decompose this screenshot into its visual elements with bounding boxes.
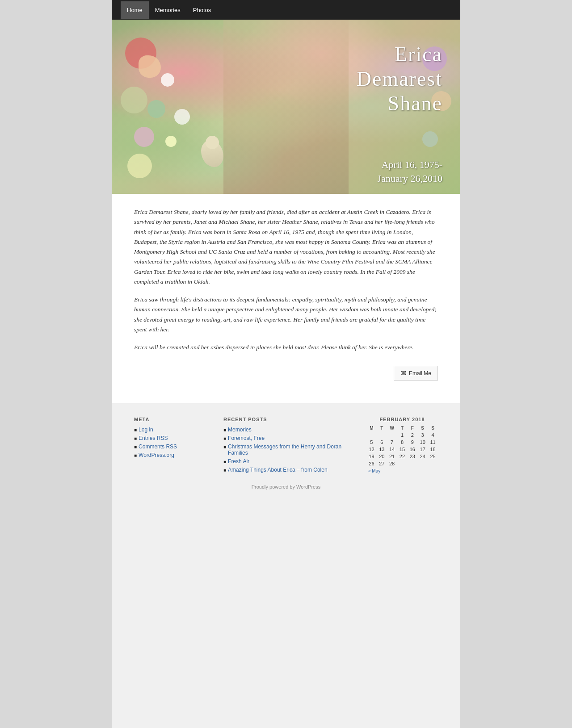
nav-home[interactable]: Home [121,1,149,19]
post-christmas-link[interactable]: Christmas Messages from the Henry and Do… [228,443,349,456]
bullet-icon: ■ [223,427,226,432]
email-button-row: ✉ Email Me [134,352,438,389]
cal-row-3: 121314 15161718 [366,446,438,453]
nav-photos[interactable]: Photos [187,1,217,19]
cal-header-f: F [407,425,417,431]
cal-row-4: 192021 22232425 [366,453,438,460]
nav-memories[interactable]: Memories [149,1,187,19]
bullet-icon: ■ [223,468,226,473]
cal-row-1: 1234 [366,431,438,439]
bullet-icon: ■ [223,436,226,441]
cal-header-w: W [387,425,397,431]
email-button-label: Email Me [409,370,431,377]
meta-entries-rss-link[interactable]: Entries RSS [139,435,168,441]
post-fresh-air-link[interactable]: Fresh Air [228,458,249,464]
hero-dates: April 16, 1975- January 26,2010 [378,158,442,186]
bio-paragraph-3: Erica will be cremated and her ashes dis… [134,343,438,352]
cal-header-m: M [366,425,377,431]
cal-row-5: 262728 [366,460,438,467]
site-nav: Home Memories Photos [112,0,460,20]
site-footer: META ■ Log in ■ Entries RSS ■ Comments R… [112,403,460,503]
meta-wordpress-link[interactable]: WordPress.org [139,452,174,458]
footer-meta-section: META ■ Log in ■ Entries RSS ■ Comments R… [134,417,206,460]
hero-title: Erica Demarest Shane [357,42,442,116]
footer-post-fresh-air: ■ Fresh Air [223,458,349,464]
footer-post-amazing: ■ Amazing Things About Erica – from Cole… [223,467,349,473]
cal-header-s2: S [428,425,438,431]
bullet-icon: ■ [134,436,137,441]
cal-row-2: 567 891011 [366,439,438,446]
hero-banner: Erica Demarest Shane April 16, 1975- Jan… [112,20,460,194]
email-button[interactable]: ✉ Email Me [394,366,438,381]
footer-calendar-section: FEBRUARY 2018 M T W T F S S [366,417,438,474]
footer-recent-title: RECENT POSTS [223,417,349,422]
bio-paragraph-2: Erica saw through life's distractions to… [134,295,438,335]
meta-comments-rss-link[interactable]: Comments RSS [139,443,177,450]
cal-header-t2: T [397,425,408,431]
footer-meta-login: ■ Log in [134,427,206,433]
main-content: Erica Demarest Shane, dearly loved by he… [112,194,460,403]
calendar-table: M T W T F S S 1234 [366,425,438,474]
hero-name: Erica Demarest Shane [357,42,442,116]
footer-meta-title: META [134,417,206,422]
footer-columns: META ■ Log in ■ Entries RSS ■ Comments R… [134,417,438,475]
bullet-icon: ■ [223,444,226,449]
email-icon: ✉ [400,369,406,377]
footer-recent-posts-section: RECENT POSTS ■ Memories ■ Foremost, Free… [223,417,349,475]
calendar-body: 1234 567 891011 121314 15161718 192021 [366,431,438,474]
post-memories-link[interactable]: Memories [228,427,252,433]
bio-paragraph-1: Erica Demarest Shane, dearly loved by he… [134,207,438,287]
bullet-icon: ■ [223,459,226,464]
bullet-icon: ■ [134,444,137,449]
footer-meta-comments-rss: ■ Comments RSS [134,443,206,450]
footer-post-christmas: ■ Christmas Messages from the Henry and … [223,443,349,456]
footer-post-foremost: ■ Foremost, Free [223,435,349,441]
bullet-icon: ■ [134,427,137,432]
meta-login-link[interactable]: Log in [139,427,153,433]
calendar-nav-row: « May [366,467,438,474]
powered-by: Proudly powered by WordPress [134,475,438,494]
cal-header-s1: S [417,425,428,431]
footer-post-memories: ■ Memories [223,427,349,433]
cal-header-t1: T [377,425,387,431]
post-amazing-link[interactable]: Amazing Things About Erica – from Colen [228,467,328,473]
calendar-prev-link[interactable]: « May [368,469,380,473]
calendar-header-row: M T W T F S S [366,425,438,431]
calendar-month-year: FEBRUARY 2018 [366,417,438,422]
post-foremost-link[interactable]: Foremost, Free [228,435,265,441]
footer-meta-wordpress: ■ WordPress.org [134,452,206,458]
bullet-icon: ■ [134,453,137,458]
footer-meta-entries-rss: ■ Entries RSS [134,435,206,441]
